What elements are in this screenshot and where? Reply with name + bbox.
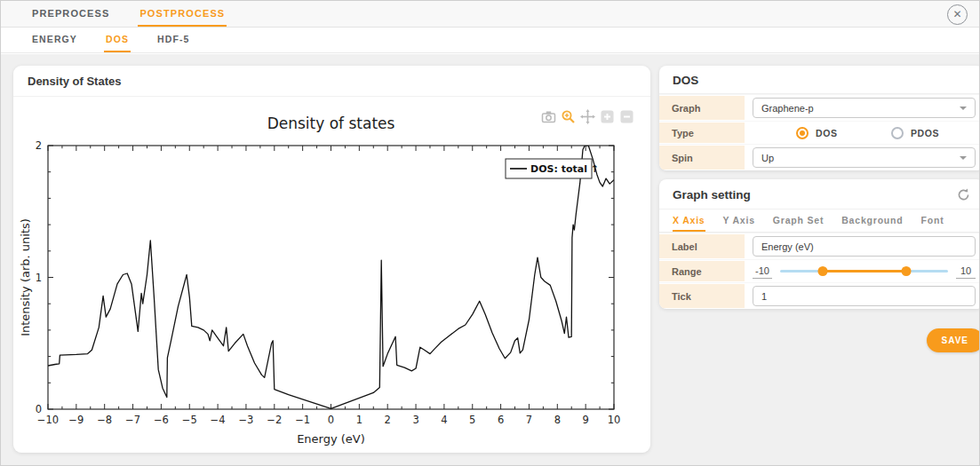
label-row: Label — [659, 233, 980, 259]
range-row: Range -10 10 — [659, 259, 980, 282]
tab-background[interactable]: Background — [841, 209, 903, 232]
zoom-out-icon[interactable] — [619, 109, 634, 124]
graph-setting-title: Graph setting — [673, 188, 751, 201]
range-min-field[interactable]: -10 — [753, 265, 772, 279]
graph-row: Graph Graphene-p — [659, 94, 980, 121]
tab-postprocess[interactable]: POSTPROCESS — [138, 1, 227, 27]
svg-text:−7: −7 — [125, 414, 140, 426]
slider-fill — [823, 270, 906, 272]
svg-text:9: 9 — [582, 414, 588, 426]
save-button[interactable]: SAVE — [927, 328, 980, 352]
graph-setting-panel: Graph setting X Axis Y Axis Graph Set Ba… — [659, 179, 980, 309]
app-window: PREPROCESS POSTPROCESS ✕ ENERGY DOS HDF-… — [0, 0, 980, 466]
save-row: SAVE — [659, 318, 980, 352]
svg-text:0: 0 — [36, 403, 42, 415]
svg-text:3: 3 — [412, 414, 418, 426]
range-row-label: Range — [659, 261, 745, 281]
sub-tab-bar: ENERGY DOS HDF-5 — [1, 28, 979, 53]
x-label-input[interactable] — [753, 236, 976, 257]
chevron-down-icon — [960, 156, 967, 160]
spin-select-value: Up — [761, 153, 774, 163]
svg-text:0: 0 — [328, 414, 334, 426]
svg-text:10: 10 — [608, 414, 621, 426]
card-title: Density of States — [13, 66, 650, 97]
svg-text:5: 5 — [469, 414, 475, 426]
plot-toolbar — [541, 109, 634, 124]
tab-font[interactable]: Font — [921, 209, 944, 232]
label-row-label: Label — [659, 234, 745, 258]
graph-row-label: Graph — [659, 96, 745, 120]
radio-pdos-control[interactable] — [891, 127, 904, 139]
spin-select[interactable]: Up — [753, 147, 976, 168]
tab-preprocess[interactable]: PREPROCESS — [30, 1, 111, 27]
chevron-down-icon — [960, 107, 967, 110]
svg-text:−9: −9 — [68, 414, 84, 426]
radio-pdos-label: PDOS — [911, 128, 939, 138]
range-slider[interactable] — [780, 265, 948, 279]
tab-energy[interactable]: ENERGY — [30, 28, 79, 52]
tab-x-axis[interactable]: X Axis — [673, 209, 705, 232]
tab-dos[interactable]: DOS — [104, 28, 131, 52]
camera-icon[interactable] — [541, 109, 556, 124]
tab-y-axis[interactable]: Y Axis — [723, 209, 755, 232]
svg-text:2: 2 — [36, 139, 42, 152]
svg-text:−3: −3 — [238, 414, 253, 426]
svg-text:2: 2 — [385, 414, 391, 426]
close-icon[interactable]: ✕ — [947, 4, 968, 25]
dos-chart-canvas[interactable]: −10−9−8−7−6−5−4−3−2−1012345678910012DOS:… — [13, 97, 650, 452]
spin-row-label: Spin — [659, 146, 745, 170]
dos-panel: DOS Graph Graphene-p Type — [659, 66, 980, 170]
tick-row: Tick — [659, 282, 980, 309]
svg-text:−4: −4 — [211, 414, 226, 426]
range-max-field[interactable]: 10 — [956, 265, 976, 279]
svg-text:−5: −5 — [182, 414, 197, 426]
right-column: DOS Graph Graphene-p Type — [659, 66, 980, 454]
radio-dos[interactable]: DOS — [796, 127, 880, 139]
radio-dos-label: DOS — [816, 128, 838, 138]
graph-select-value: Graphene-p — [761, 103, 814, 114]
dos-panel-title: DOS — [659, 66, 980, 94]
svg-text:7: 7 — [526, 414, 532, 426]
graph-select[interactable]: Graphene-p — [753, 98, 976, 118]
type-row: Type DOS PDOS — [659, 121, 980, 144]
svg-text:Energy (eV): Energy (eV) — [297, 432, 365, 446]
main-tab-bar: PREPROCESS POSTPROCESS ✕ — [1, 1, 979, 28]
svg-text:Density of states: Density of states — [267, 115, 395, 132]
tab-graph-set[interactable]: Graph Set — [773, 209, 824, 232]
refresh-icon[interactable] — [956, 187, 971, 202]
slider-handle-low[interactable] — [818, 266, 828, 276]
content-area: Density of States — [1, 54, 979, 465]
svg-text:1: 1 — [36, 272, 42, 284]
axis-tabs: X Axis Y Axis Graph Set Background Font — [659, 209, 980, 233]
svg-text:−2: −2 — [267, 414, 282, 426]
svg-text:DOS: total ↑: DOS: total ↑ — [530, 163, 599, 175]
radio-pdos[interactable]: PDOS — [891, 127, 976, 139]
svg-text:1: 1 — [356, 414, 363, 426]
density-of-states-card: Density of States — [13, 66, 650, 453]
svg-text:−1: −1 — [295, 414, 310, 426]
spin-row: Spin Up — [659, 144, 980, 170]
zoom-icon[interactable] — [561, 109, 576, 124]
tab-hdf5[interactable]: HDF-5 — [155, 28, 191, 52]
radio-dos-control[interactable] — [796, 127, 809, 139]
svg-text:Intensity (arb. units): Intensity (arb. units) — [19, 218, 32, 336]
dos-line-chart[interactable]: −10−9−8−7−6−5−4−3−2−1012345678910012DOS:… — [13, 97, 650, 452]
svg-text:−8: −8 — [97, 414, 112, 426]
zoom-in-icon[interactable] — [600, 109, 615, 124]
pan-icon[interactable] — [580, 109, 595, 124]
slider-handle-high[interactable] — [901, 266, 911, 276]
svg-text:6: 6 — [498, 414, 504, 426]
svg-text:−6: −6 — [154, 414, 169, 426]
tick-input[interactable] — [753, 286, 976, 306]
svg-text:8: 8 — [554, 414, 561, 426]
tick-row-label: Tick — [659, 284, 745, 308]
svg-text:4: 4 — [441, 414, 447, 426]
svg-text:−10: −10 — [37, 414, 59, 426]
type-row-label: Type — [659, 122, 745, 143]
